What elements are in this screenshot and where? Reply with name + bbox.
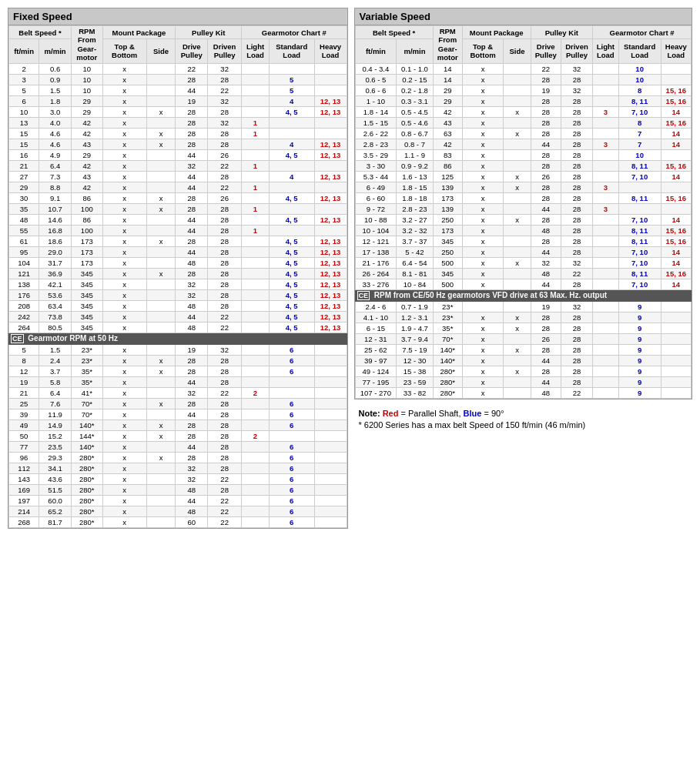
table-cell <box>146 376 176 387</box>
table-cell: 44 <box>531 139 561 149</box>
table-cell: 28 <box>176 268 208 279</box>
table-cell: 14 <box>661 128 691 139</box>
table-cell: x <box>102 366 146 376</box>
table-row: 4814.686x44284, 512, 13 <box>9 214 347 225</box>
table-cell <box>146 182 176 192</box>
table-cell: 242 <box>9 311 39 322</box>
table-cell <box>314 376 347 387</box>
table-cell: 2.8 - 23 <box>397 203 433 214</box>
table-cell: 140* <box>72 419 103 430</box>
table-cell <box>146 387 176 398</box>
table-cell <box>314 398 347 409</box>
table-cell: 6.4 <box>39 387 72 398</box>
table-cell <box>146 171 176 182</box>
table-cell: 1 <box>242 182 270 192</box>
vs-pulley-header: Pulley Kit <box>531 26 592 39</box>
table-cell: 250 <box>433 246 462 257</box>
table-cell <box>242 268 270 279</box>
table-cell <box>242 63 270 74</box>
table-cell: 9 <box>618 376 661 387</box>
table-cell: 32 <box>561 257 592 268</box>
table-cell <box>146 95 176 106</box>
table-row: 11234.1280*x32286 <box>9 463 347 473</box>
table-row: 216.442x32221 <box>9 160 347 171</box>
standard-load-header: StandardLoad <box>269 39 314 63</box>
table-cell: x <box>462 323 504 333</box>
table-cell <box>242 257 270 268</box>
table-cell: 28 <box>531 95 561 106</box>
table-row: 7723.5140*x44286 <box>9 441 347 452</box>
table-cell: 10 <box>72 74 103 85</box>
table-cell: 55 <box>9 225 39 236</box>
table-cell: 43 <box>72 171 103 182</box>
table-cell <box>314 484 347 495</box>
table-cell <box>593 312 619 323</box>
table-cell: 280* <box>72 452 103 463</box>
table-cell: 4 <box>269 139 314 149</box>
table-cell: 8, 11 <box>618 225 661 236</box>
table-cell: x <box>504 171 531 182</box>
table-row: 2.4 - 60.7 - 1.923*19329 <box>355 301 692 312</box>
table-cell <box>593 214 619 225</box>
table-cell: 28 <box>561 323 592 333</box>
table-cell: 4, 5 <box>269 106 314 117</box>
table-cell <box>661 366 691 376</box>
table-cell: 32 <box>561 63 592 74</box>
table-cell: 3.5 - 29 <box>355 149 397 160</box>
table-cell: 96 <box>9 452 39 463</box>
table-cell <box>242 246 270 257</box>
vs-gearmotor-header: Gearmotor Chart # <box>593 26 692 39</box>
table-row: 154.642xx28281 <box>9 128 347 139</box>
table-row: 20.610x2232 <box>9 63 347 74</box>
vs-heavy-load-header: HeavyLoad <box>661 39 691 63</box>
table-cell: x <box>504 344 531 355</box>
table-cell <box>661 149 691 160</box>
table-cell: x <box>102 289 146 300</box>
table-cell: 10.7 <box>39 203 72 214</box>
table-cell <box>146 344 176 355</box>
table-cell <box>242 419 270 430</box>
table-cell: 15 <box>9 128 39 139</box>
table-row: 5516.8100x44281 <box>9 225 347 236</box>
table-cell: 7, 10 <box>618 279 661 289</box>
table-cell <box>618 203 661 214</box>
table-cell: 22 <box>208 322 242 333</box>
table-cell: 0.5 - 4.5 <box>397 106 433 117</box>
table-row: 19760.0280*x44226 <box>9 495 347 506</box>
vs-driven-pulley-header: DrivenPulley <box>561 39 592 63</box>
table-cell: 22 <box>208 387 242 398</box>
table-row: 10 - 883.2 - 27250xx28287, 1014 <box>355 214 692 225</box>
table-cell: 44 <box>176 182 208 192</box>
table-cell: 27 <box>9 171 39 182</box>
table-cell: x <box>102 128 146 139</box>
table-cell <box>504 95 531 106</box>
table-cell <box>242 322 270 333</box>
table-cell: 9.1 <box>39 192 72 203</box>
table-cell: 1 - 10 <box>355 95 397 106</box>
table-cell <box>504 160 531 171</box>
table-cell: 1.5 - 15 <box>355 117 397 128</box>
table-cell <box>593 74 619 85</box>
table-cell: 41* <box>72 387 103 398</box>
table-cell <box>618 182 661 192</box>
table-cell: 4, 5 <box>269 214 314 225</box>
table-cell: 28 <box>561 203 592 214</box>
table-cell: 48 <box>176 506 208 516</box>
table-cell: 60.0 <box>39 495 72 506</box>
table-cell: 5.3 - 44 <box>355 171 397 182</box>
table-cell: 139 <box>433 203 462 214</box>
table-cell: 48 <box>176 484 208 495</box>
table-cell: 14 <box>661 106 691 117</box>
table-cell <box>593 117 619 128</box>
table-cell: x <box>102 268 146 279</box>
table-row: 134.042x28321 <box>9 117 347 128</box>
table-cell: 28 <box>176 236 208 246</box>
variable-speed-table: Belt Speed * RPMFromGear-motor Mount Pac… <box>355 25 692 399</box>
table-row: 2.8 - 230.8 - 742x44283714 <box>355 139 692 149</box>
table-cell: 29 <box>433 85 462 95</box>
table-cell: 23* <box>72 344 103 355</box>
table-cell: 4, 5 <box>269 257 314 268</box>
table-row: 107 - 27033 - 82280*x48229 <box>355 387 692 398</box>
table-cell <box>504 203 531 214</box>
table-cell: 28 <box>561 312 592 323</box>
